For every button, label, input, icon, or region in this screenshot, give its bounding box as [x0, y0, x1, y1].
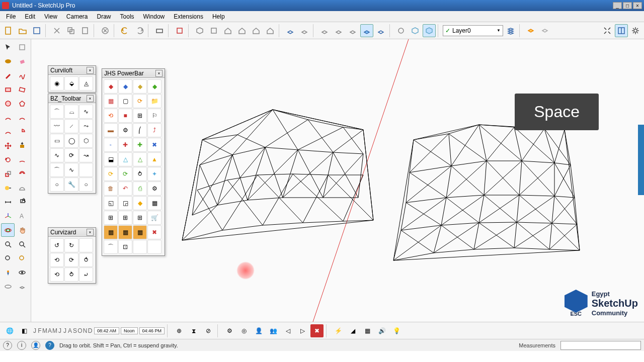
bz-tool-icon[interactable]: ○: [50, 177, 64, 192]
pushpull-icon[interactable]: [15, 139, 29, 152]
section2-icon[interactable]: [332, 24, 345, 37]
bz-tool-icon[interactable]: ⌒: [50, 163, 64, 177]
panel-title[interactable]: Curvizard×: [48, 228, 96, 237]
month-scale[interactable]: JFMAMJJASOND: [32, 327, 93, 334]
jhs-tool-icon[interactable]: ⊞: [133, 211, 147, 225]
jhs-tool-icon[interactable]: ⊡: [118, 240, 132, 254]
delete-icon[interactable]: [99, 24, 112, 37]
bz-tool-icon[interactable]: 〰: [50, 119, 64, 133]
jhs-tool-icon[interactable]: ⌒: [104, 240, 118, 254]
jhs-tool-icon[interactable]: ⥁: [133, 167, 147, 181]
jhs-tool-icon[interactable]: ↶: [118, 182, 132, 196]
settings-icon[interactable]: [629, 24, 642, 37]
menu-tools[interactable]: Tools: [116, 12, 138, 21]
jhs-tool-icon[interactable]: 🛒: [147, 211, 162, 225]
panel-title[interactable]: JHS PowerBar×: [102, 69, 165, 78]
axes-icon[interactable]: [1, 209, 15, 223]
jhs-tool-icon[interactable]: ◲: [118, 196, 132, 210]
front-icon[interactable]: [207, 24, 220, 37]
bz-tool-icon[interactable]: ⟋: [64, 119, 78, 133]
panel-title[interactable]: Curviloft×: [48, 66, 96, 75]
offset-icon[interactable]: [15, 167, 29, 180]
layer-manager-icon[interactable]: [504, 24, 517, 37]
section1-icon[interactable]: [318, 24, 331, 37]
open-icon[interactable]: [16, 24, 29, 37]
tape-icon[interactable]: [1, 181, 15, 195]
poly-icon[interactable]: [15, 97, 29, 110]
cv-tool-icon[interactable]: [79, 238, 93, 252]
cv-tool-icon[interactable]: ⥁: [64, 267, 78, 282]
bz-tool-icon[interactable]: ↝: [79, 148, 93, 162]
style1-icon[interactable]: [284, 24, 297, 37]
cv-tool-icon[interactable]: ⥀: [79, 253, 93, 267]
jhs-tool-icon[interactable]: ✦: [147, 167, 162, 181]
menu-view[interactable]: View: [40, 12, 61, 21]
jhs-tool-icon[interactable]: ⚙: [147, 182, 162, 196]
bz-tool-icon[interactable]: ∿: [64, 163, 78, 177]
jhs-tool-icon[interactable]: ◆: [118, 79, 132, 94]
expand-icon[interactable]: [601, 24, 614, 37]
jhs-tool-icon[interactable]: ▦: [118, 225, 132, 239]
jhs-tool-icon[interactable]: ✖: [147, 138, 162, 152]
rect-icon[interactable]: [1, 82, 15, 96]
maximize-button[interactable]: □: [623, 2, 632, 9]
anim4-icon[interactable]: 👥: [267, 324, 280, 337]
jhs-tool-icon[interactable]: ⬓: [104, 152, 118, 166]
tag2-icon[interactable]: [409, 24, 422, 37]
arc1-icon[interactable]: [1, 111, 15, 124]
paste-icon[interactable]: [78, 24, 92, 37]
panel-toggle-icon[interactable]: [615, 24, 628, 37]
measurements-input[interactable]: [560, 341, 641, 350]
sound-icon[interactable]: 🔊: [375, 324, 388, 337]
bz-tool-icon[interactable]: ⟳: [64, 148, 78, 162]
anim3-icon[interactable]: 👤: [252, 324, 265, 337]
look-icon[interactable]: [15, 265, 29, 279]
menu-file[interactable]: File: [2, 12, 20, 21]
close-icon[interactable]: ×: [87, 229, 94, 236]
back-icon[interactable]: [264, 24, 277, 37]
component-icon[interactable]: [15, 40, 29, 54]
tag1-icon[interactable]: [394, 24, 408, 37]
stop-icon[interactable]: ✖: [310, 324, 324, 337]
time-end[interactable]: 04:46 PM: [139, 327, 165, 334]
pie-icon[interactable]: [15, 125, 29, 138]
bz-tool-icon[interactable]: ∿: [79, 105, 93, 119]
close-icon[interactable]: ×: [87, 67, 94, 74]
jhs-tool-icon[interactable]: ⟳: [104, 167, 118, 181]
bz-tool-icon[interactable]: ⤳: [79, 119, 93, 133]
layers-off-icon[interactable]: [538, 24, 551, 37]
jhs-tool-icon[interactable]: ◱: [104, 196, 118, 210]
cv-tool-icon[interactable]: ⤾: [79, 267, 93, 282]
jhs-tool-icon[interactable]: ◆: [104, 79, 118, 94]
anim1-icon[interactable]: ⚙: [223, 324, 236, 337]
dim-icon[interactable]: [1, 195, 15, 209]
jhs-tool-icon[interactable]: ▦: [104, 94, 118, 108]
layers-panel-icon[interactable]: [524, 24, 537, 37]
style2-icon[interactable]: [298, 24, 311, 37]
jhs-tool-icon[interactable]: ■: [118, 109, 132, 123]
move-icon[interactable]: [1, 139, 15, 152]
menu-draw[interactable]: Draw: [93, 12, 115, 21]
bulb-icon[interactable]: 💡: [390, 324, 403, 337]
jhs-tool-icon[interactable]: ◆: [133, 196, 147, 210]
section4-icon[interactable]: [360, 24, 373, 37]
jhs-tool-icon[interactable]: ⟳: [133, 94, 147, 108]
bz-tool-icon[interactable]: 🔧: [64, 177, 78, 192]
close-icon[interactable]: ×: [155, 70, 163, 77]
orbit-icon[interactable]: [1, 223, 15, 237]
jhs-tool-icon[interactable]: ⊞: [133, 109, 147, 123]
section3-icon[interactable]: [346, 24, 359, 37]
info1-icon[interactable]: ?: [3, 341, 12, 350]
jhs-tool-icon[interactable]: ⤴: [147, 123, 162, 137]
fog3-icon[interactable]: ▦: [361, 324, 374, 337]
jhs-tool-icon[interactable]: ✚: [118, 138, 132, 152]
3dtext-icon[interactable]: A: [15, 209, 29, 223]
paint-icon[interactable]: [1, 54, 15, 68]
jhs-tool-icon[interactable]: ⎙: [133, 182, 147, 196]
jhs-tool-icon[interactable]: ✖: [147, 225, 162, 239]
jhs-tool-icon[interactable]: ⊞: [104, 211, 118, 225]
freehand-icon[interactable]: [15, 68, 29, 82]
menu-edit[interactable]: Edit: [21, 12, 39, 21]
bz-tool-icon[interactable]: ◯: [64, 134, 78, 148]
right-tab[interactable]: [638, 125, 644, 195]
